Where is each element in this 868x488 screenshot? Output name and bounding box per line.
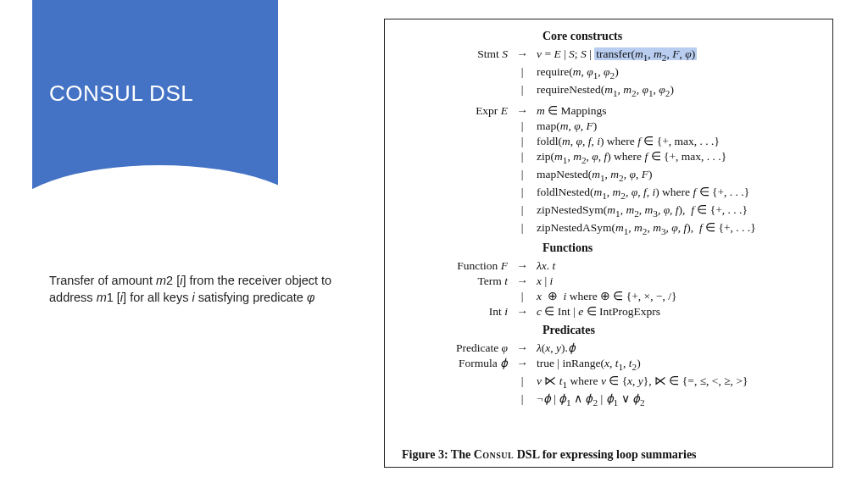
heading-core: Core constructs [542,30,819,43]
figure-caption: Figure 3: The Consul DSL for expressing … [398,448,819,462]
heading-functions: Functions [542,241,819,255]
grammar-predicates: Predicate φ→λ(x, y).ϕ Formula ϕ→true | i… [398,341,751,409]
grammar-stmt: Stmt S→v = E | S; S | transfer(m1, m2, F… [398,47,700,100]
grammar-expr: Expr E→m ∈ Mappings |map(m, φ, F) |foldl… [398,103,760,238]
slide-title: CONSUL DSL [49,80,193,107]
heading-predicates: Predicates [542,324,819,337]
grammar-functions: Function F→λx. t Term t→x | i |x ⊕ i whe… [398,258,681,320]
grammar-figure: Core constructs Stmt S→v = E | S; S | tr… [384,19,833,468]
transfer-description: Transfer of amount m2 [i] from the recei… [49,273,346,306]
